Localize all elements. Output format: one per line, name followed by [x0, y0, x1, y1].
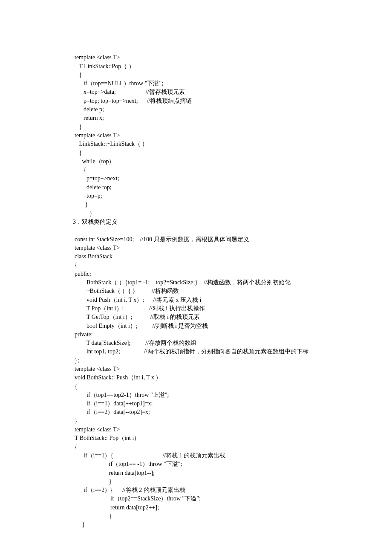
section-heading: 3．双栈类的定义: [73, 219, 118, 225]
document-page: template <class T> T LinkStack::Pop（ ） {…: [0, 0, 392, 555]
code-block-linkstack: template <class T> T LinkStack::Pop（ ） {…: [75, 54, 192, 216]
code-block-bothstack: const int StackSize=100; //100 只是示例数据，需根…: [75, 236, 308, 528]
